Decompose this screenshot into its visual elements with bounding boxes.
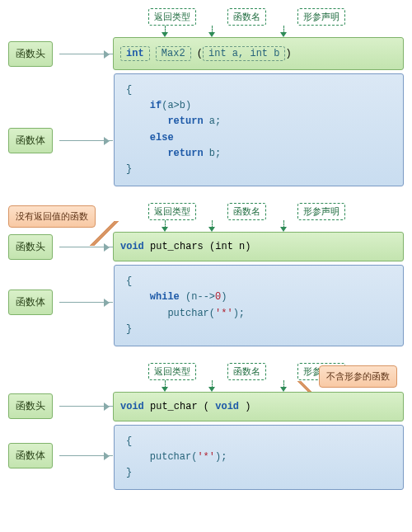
function-name: Max2 bbox=[156, 46, 191, 61]
label-func-name: 函数名 bbox=[227, 8, 266, 26]
tag-header: 函数头 bbox=[8, 234, 53, 260]
function-name: put_chars bbox=[144, 241, 209, 252]
connector-arrow bbox=[59, 302, 113, 303]
label-func-name: 函数名 bbox=[227, 203, 266, 220]
header-row: 函数头 void put_char ( void ) bbox=[8, 392, 404, 421]
tag-header: 函数头 bbox=[8, 393, 53, 419]
connector-arrow bbox=[59, 54, 113, 54]
header-row: 函数头 void put_chars (int n) bbox=[8, 232, 404, 261]
connector-arrow bbox=[59, 455, 113, 456]
example-put-char: 不含形参的函数 返回类型 函数名 形参声明 函数头 void put_char … bbox=[8, 363, 404, 491]
connector-arrow bbox=[59, 140, 113, 141]
label-func-name: 函数名 bbox=[227, 363, 266, 380]
example-put-chars: 没有返回值的函数 返回类型 函数名 形参声明 函数头 void put_char… bbox=[8, 203, 404, 346]
param-list: int a, int b bbox=[203, 46, 285, 61]
function-header: void put_chars (int n) bbox=[113, 232, 404, 261]
function-header: void put_char ( void ) bbox=[113, 392, 404, 421]
label-param-decl: 形参声明 bbox=[297, 203, 345, 220]
callout-no-return: 没有返回值的函数 bbox=[8, 205, 96, 228]
return-type: void bbox=[120, 401, 144, 412]
callout-no-param: 不含形参的函数 bbox=[319, 365, 397, 388]
param-void: void bbox=[215, 401, 239, 412]
function-body: { while (n-->0) putchar('*'); } bbox=[114, 265, 404, 346]
connector-arrow bbox=[59, 247, 113, 247]
paren-close: ) bbox=[285, 48, 291, 59]
paren-close: ) bbox=[245, 241, 250, 252]
paren-open: ( bbox=[197, 48, 203, 59]
function-header: int Max2 (int a, int b) bbox=[113, 37, 404, 70]
tag-body: 函数体 bbox=[8, 443, 53, 468]
function-body: { putchar('*'); } bbox=[114, 425, 404, 491]
label-return-type: 返回类型 bbox=[148, 203, 196, 220]
tag-body: 函数体 bbox=[8, 128, 53, 153]
connector-arrow bbox=[59, 406, 113, 407]
label-param-decl: 形参声明 bbox=[297, 8, 345, 26]
label-return-type: 返回类型 bbox=[148, 8, 196, 26]
return-type: void bbox=[120, 241, 144, 252]
paren-close: ) bbox=[239, 401, 250, 412]
return-type: int bbox=[120, 46, 150, 61]
paren-open: ( bbox=[204, 401, 215, 412]
header-row: 函数头 int Max2 (int a, int b) bbox=[8, 37, 404, 70]
function-body: { if(a>b) return a; else return b; } bbox=[114, 73, 404, 186]
function-name: put_char bbox=[144, 401, 204, 412]
tag-body: 函数体 bbox=[8, 290, 53, 315]
annotation-row: 返回类型 函数名 形参声明 bbox=[8, 8, 404, 26]
example-max2: 返回类型 函数名 形参声明 函数头 int Max2 (int a, int b… bbox=[8, 8, 404, 186]
label-return-type: 返回类型 bbox=[148, 363, 196, 380]
param-list: int n bbox=[215, 241, 245, 252]
tag-header: 函数头 bbox=[8, 41, 53, 67]
